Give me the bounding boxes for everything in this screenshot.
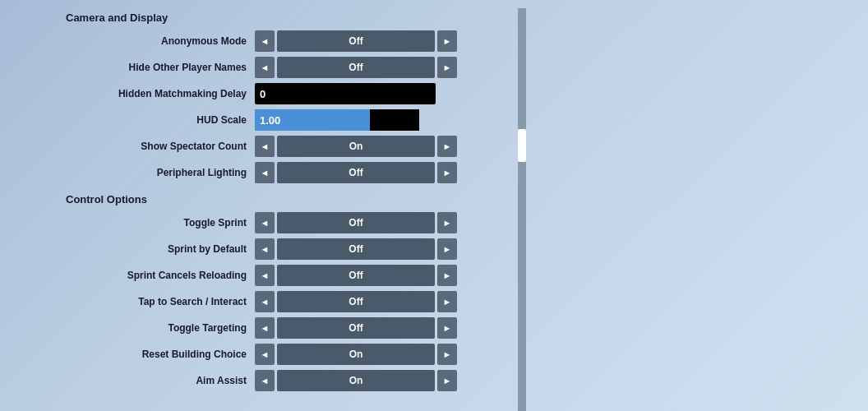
hud-scale-value[interactable]: 1.00 <box>255 109 370 131</box>
label-reset-building-choice: Reset Building Choice <box>66 349 255 360</box>
label-spectator-count: Show Spectator Count <box>66 141 255 152</box>
label-anonymous-mode: Anonymous Mode <box>66 35 255 47</box>
control-hidden-matchmaking: 0 <box>255 83 436 104</box>
control-aim-assist: ◄ On ► <box>255 370 457 391</box>
control-tap-to-search: ◄ Off ► <box>255 291 457 312</box>
right-arrow-spectator-count[interactable]: ► <box>437 136 457 157</box>
label-hide-player-names: Hide Other Player Names <box>66 62 255 73</box>
control-anonymous-mode: ◄ Off ► <box>255 30 457 52</box>
control-settings-list: Toggle Sprint ◄ Off ► Sprint by Default … <box>66 210 526 393</box>
control-peripheral-lighting: ◄ Off ► <box>255 162 457 183</box>
right-arrow-sprint-by-default[interactable]: ► <box>437 238 457 260</box>
left-arrow-peripheral-lighting[interactable]: ◄ <box>255 162 275 183</box>
right-arrow-hide-player-names[interactable]: ► <box>437 57 457 78</box>
label-hidden-matchmaking: Hidden Matchmaking Delay <box>66 88 255 99</box>
row-reset-building-choice: Reset Building Choice ◄ On ► <box>66 342 526 367</box>
right-arrow-reset-building-choice[interactable]: ► <box>437 344 457 365</box>
right-arrow-tap-to-search[interactable]: ► <box>437 291 457 312</box>
control-sprint-by-default: ◄ Off ► <box>255 238 457 260</box>
value-reset-building-choice: On <box>277 344 435 365</box>
section-header-camera: Camera and Display <box>66 8 526 27</box>
row-spectator-count: Show Spectator Count ◄ On ► <box>66 134 526 159</box>
label-toggle-targeting: Toggle Targeting <box>66 322 255 334</box>
control-hud-scale: 1.00 <box>255 109 419 131</box>
row-toggle-sprint: Toggle Sprint ◄ Off ► <box>66 210 526 235</box>
right-arrow-peripheral-lighting[interactable]: ► <box>437 162 457 183</box>
left-arrow-spectator-count[interactable]: ◄ <box>255 136 275 157</box>
value-tap-to-search: Off <box>277 291 435 312</box>
scrollbar-thumb[interactable] <box>518 129 526 162</box>
label-hud-scale: HUD Scale <box>66 114 255 126</box>
row-sprint-by-default: Sprint by Default ◄ Off ► <box>66 237 526 261</box>
left-arrow-sprint-by-default[interactable]: ◄ <box>255 238 275 260</box>
value-sprint-cancels-reloading: Off <box>277 265 435 286</box>
control-toggle-targeting: ◄ Off ► <box>255 317 457 339</box>
settings-container: Camera and Display Anonymous Mode ◄ Off … <box>66 8 526 393</box>
left-arrow-hide-player-names[interactable]: ◄ <box>255 57 275 78</box>
label-aim-assist: Aim Assist <box>66 375 255 386</box>
control-sprint-cancels-reloading: ◄ Off ► <box>255 265 457 286</box>
hud-scale-display: 1.00 <box>255 109 419 131</box>
hud-scale-dark <box>370 109 419 131</box>
left-arrow-anonymous-mode[interactable]: ◄ <box>255 30 275 52</box>
left-arrow-reset-building-choice[interactable]: ◄ <box>255 344 275 365</box>
control-reset-building-choice: ◄ On ► <box>255 344 457 365</box>
right-arrow-toggle-targeting[interactable]: ► <box>437 317 457 339</box>
label-sprint-by-default: Sprint by Default <box>66 243 255 255</box>
control-toggle-sprint: ◄ Off ► <box>255 212 457 233</box>
right-arrow-aim-assist[interactable]: ► <box>437 370 457 391</box>
value-toggle-sprint: Off <box>277 212 435 233</box>
value-anonymous-mode: Off <box>277 30 435 52</box>
row-tap-to-search: Tap to Search / Interact ◄ Off ► <box>66 289 526 314</box>
left-arrow-toggle-targeting[interactable]: ◄ <box>255 317 275 339</box>
value-toggle-targeting: Off <box>277 317 435 339</box>
row-hidden-matchmaking: Hidden Matchmaking Delay 0 <box>66 81 526 106</box>
scrollbar[interactable] <box>518 8 526 411</box>
right-arrow-sprint-cancels-reloading[interactable]: ► <box>437 265 457 286</box>
value-spectator-count: On <box>277 136 435 157</box>
camera-settings-list: Anonymous Mode ◄ Off ► Hide Other Player… <box>66 29 526 185</box>
value-sprint-by-default: Off <box>277 238 435 260</box>
row-hide-player-names: Hide Other Player Names ◄ Off ► <box>66 55 526 80</box>
value-hide-player-names: Off <box>277 57 435 78</box>
label-sprint-cancels-reloading: Sprint Cancels Reloading <box>66 270 255 281</box>
value-aim-assist: On <box>277 370 435 391</box>
label-toggle-sprint: Toggle Sprint <box>66 217 255 229</box>
value-hidden-matchmaking[interactable]: 0 <box>255 83 436 104</box>
right-arrow-toggle-sprint[interactable]: ► <box>437 212 457 233</box>
left-arrow-tap-to-search[interactable]: ◄ <box>255 291 275 312</box>
right-arrow-anonymous-mode[interactable]: ► <box>437 30 457 52</box>
label-tap-to-search: Tap to Search / Interact <box>66 296 255 307</box>
left-arrow-aim-assist[interactable]: ◄ <box>255 370 275 391</box>
row-anonymous-mode: Anonymous Mode ◄ Off ► <box>66 29 526 53</box>
left-arrow-sprint-cancels-reloading[interactable]: ◄ <box>255 265 275 286</box>
label-peripheral-lighting: Peripheral Lighting <box>66 167 255 178</box>
settings-panel: Camera and Display Anonymous Mode ◄ Off … <box>66 8 542 403</box>
row-peripheral-lighting: Peripheral Lighting ◄ Off ► <box>66 160 526 185</box>
row-toggle-targeting: Toggle Targeting ◄ Off ► <box>66 316 526 340</box>
value-peripheral-lighting: Off <box>277 162 435 183</box>
left-arrow-toggle-sprint[interactable]: ◄ <box>255 212 275 233</box>
section-header-control: Control Options <box>66 190 526 209</box>
row-hud-scale: HUD Scale 1.00 <box>66 108 526 132</box>
control-spectator-count: ◄ On ► <box>255 136 457 157</box>
row-aim-assist: Aim Assist ◄ On ► <box>66 368 526 393</box>
row-sprint-cancels-reloading: Sprint Cancels Reloading ◄ Off ► <box>66 263 526 288</box>
control-hide-player-names: ◄ Off ► <box>255 57 457 78</box>
